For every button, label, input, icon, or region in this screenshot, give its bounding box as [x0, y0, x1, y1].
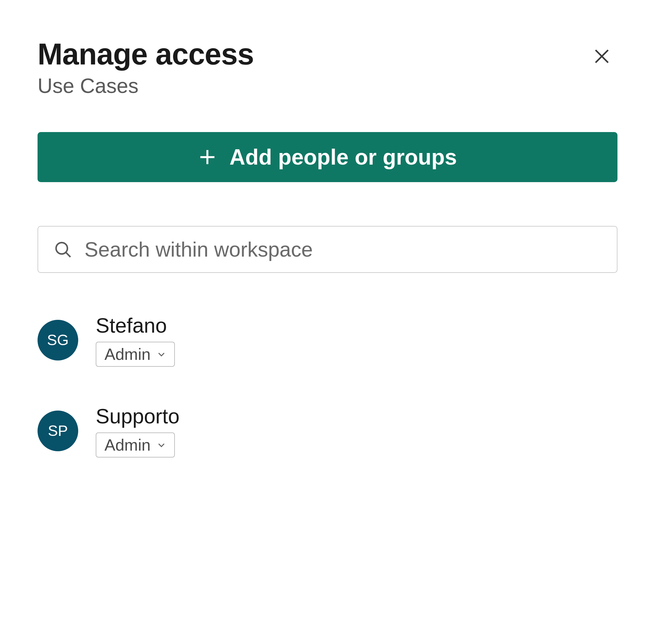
role-dropdown[interactable]: Admin — [96, 433, 175, 458]
header-text-block: Manage access Use Cases — [38, 38, 254, 98]
chevron-down-icon — [157, 440, 166, 450]
panel-title: Manage access — [38, 38, 254, 71]
role-label: Admin — [104, 345, 150, 364]
panel-subtitle: Use Cases — [38, 74, 254, 98]
search-input[interactable] — [85, 237, 601, 261]
add-people-button[interactable]: Add people or groups — [38, 132, 617, 182]
search-icon — [54, 240, 72, 258]
user-info: Stefano Admin — [96, 314, 175, 367]
user-row: SG Stefano Admin — [38, 314, 617, 367]
avatar: SG — [38, 320, 78, 361]
user-info: Supporto Admin — [96, 404, 180, 458]
plus-icon — [198, 148, 217, 166]
user-row: SP Supporto Admin — [38, 404, 617, 458]
user-name: Stefano — [96, 314, 175, 337]
chevron-down-icon — [157, 349, 166, 359]
user-list: SG Stefano Admin SP Supporto Admin — [38, 314, 617, 458]
svg-line-5 — [66, 253, 70, 257]
close-icon — [592, 47, 611, 66]
role-dropdown[interactable]: Admin — [96, 342, 175, 367]
avatar: SP — [38, 411, 78, 451]
panel-header: Manage access Use Cases — [38, 38, 617, 98]
add-button-label: Add people or groups — [229, 144, 457, 169]
svg-point-4 — [56, 243, 67, 254]
manage-access-panel: Manage access Use Cases Add people or gr… — [38, 38, 617, 458]
role-label: Admin — [104, 436, 150, 454]
search-box[interactable] — [38, 226, 617, 273]
user-name: Supporto — [96, 404, 180, 428]
close-button[interactable] — [586, 41, 617, 72]
